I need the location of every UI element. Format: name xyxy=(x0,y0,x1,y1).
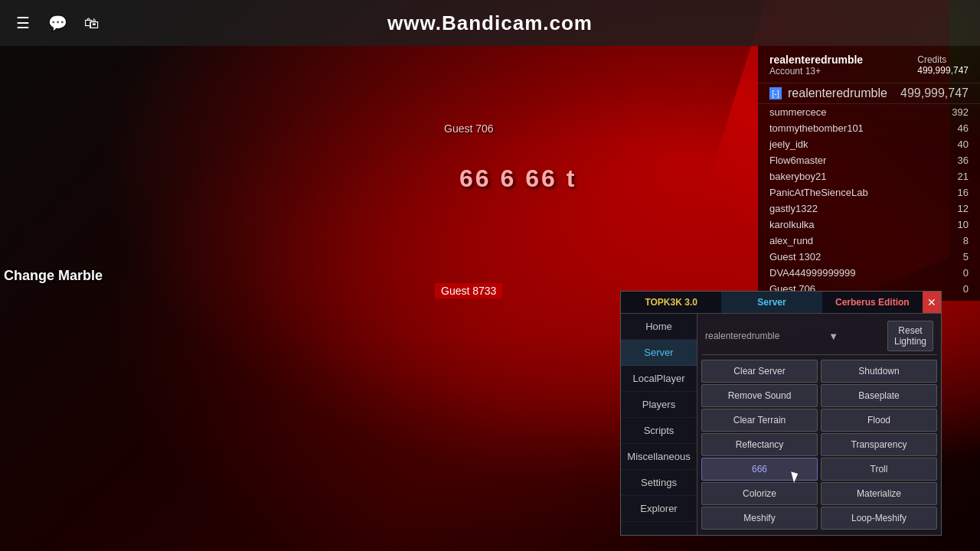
admin-panel-header: TOPK3K 3.0 Server Cerberus Edition ✕ xyxy=(621,292,941,314)
player-name: gastly1322 xyxy=(769,203,818,214)
player-name: karolkulka xyxy=(769,219,815,230)
admin-nav-item-localplayer[interactable]: LocalPlayer xyxy=(621,366,697,392)
admin-btn-clear-terrain[interactable]: Clear Terrain xyxy=(701,409,818,432)
leaderboard-account-label: Account 13+ xyxy=(769,66,863,77)
admin-button-row: Clear TerrainFlood xyxy=(701,409,937,432)
bag-icon[interactable]: 🛍 xyxy=(80,11,103,34)
leaderboard-credits-value: 499,999,747 xyxy=(917,65,969,76)
leaderboard-row: alex_rund8 xyxy=(758,233,980,249)
admin-button-row: Remove SoundBaseplate xyxy=(701,384,937,407)
leaderboard-self-score: 499,999,747 xyxy=(900,86,969,100)
player-score: 392 xyxy=(952,106,969,118)
admin-btn-666[interactable]: 666 xyxy=(701,458,818,481)
admin-button-row: ReflectancyTransparency xyxy=(701,433,937,456)
admin-btn-shutdown[interactable]: Shutdown xyxy=(821,360,937,383)
admin-close-button[interactable]: ✕ xyxy=(923,292,941,313)
player-name: bakeryboy21 xyxy=(769,171,826,182)
admin-btn-loop-meshify[interactable]: Loop-Meshify xyxy=(821,507,937,530)
player-name: summercece xyxy=(769,106,826,118)
admin-panel-body: HomeServerLocalPlayerPlayersScriptsMisce… xyxy=(621,314,941,535)
tab-server[interactable]: Server xyxy=(721,292,822,313)
admin-nav: HomeServerLocalPlayerPlayersScriptsMisce… xyxy=(621,314,697,535)
leaderboard-self-row: [-] realenteredrumble 499,999,747 xyxy=(758,83,980,104)
admin-nav-item-players[interactable]: Players xyxy=(621,392,697,418)
player-score: 0 xyxy=(963,283,969,295)
admin-button-row: 666Troll xyxy=(701,458,937,481)
tab-cerberus[interactable]: Cerberus Edition xyxy=(822,292,923,313)
leaderboard-row: tommythebomber10146 xyxy=(758,120,980,136)
tab-topk3k[interactable]: TOPK3K 3.0 xyxy=(621,292,721,313)
site-title: www.Bandicam.com xyxy=(387,11,593,35)
player-score: 10 xyxy=(958,219,969,230)
player-score: 40 xyxy=(958,139,969,150)
admin-buttons: Clear ServerShutdownRemove SoundBaseplat… xyxy=(701,360,937,531)
leaderboard-row: PanicAtTheSienceLab16 xyxy=(758,184,980,201)
player-score: 46 xyxy=(958,122,969,134)
admin-nav-item-scripts[interactable]: Scripts xyxy=(621,418,697,444)
player-name: tommythebomber101 xyxy=(769,122,864,134)
change-marble-text[interactable]: Change Marble xyxy=(4,268,103,284)
admin-nav-item-miscellaneous[interactable]: Miscellaneous xyxy=(621,444,697,470)
player-name: DVA444999999999 xyxy=(769,267,856,279)
self-icon: [-] xyxy=(769,87,782,99)
admin-btn-remove-sound[interactable]: Remove Sound xyxy=(701,384,818,407)
player-score: 8 xyxy=(963,235,969,246)
leaderboard-rows: summercece392tommythebomber10146jeely_id… xyxy=(758,104,980,297)
content-dropdown[interactable]: ▼ xyxy=(828,331,838,342)
admin-btn-colorize[interactable]: Colorize xyxy=(701,482,818,505)
leaderboard-row: karolkulka10 xyxy=(758,217,980,233)
leaderboard-row: Guest 13025 xyxy=(758,249,980,265)
leaderboard-row: gastly132212 xyxy=(758,201,980,217)
guest-706-label: Guest 706 xyxy=(444,122,494,135)
admin-nav-item-settings[interactable]: Settings xyxy=(621,470,697,496)
player-name: Guest 1302 xyxy=(769,251,821,262)
player-name: jeely_idk xyxy=(769,139,808,150)
admin-btn-reflectancy[interactable]: Reflectancy xyxy=(701,433,818,456)
admin-btn-baseplate[interactable]: Baseplate xyxy=(821,384,937,407)
player-score: 12 xyxy=(958,203,969,214)
player-score: 0 xyxy=(963,267,969,279)
player-score: 16 xyxy=(958,187,969,198)
leaderboard-panel: realenteredrumble Account 13+ Credits 49… xyxy=(758,46,980,301)
admin-nav-item-explorer[interactable]: Explorer xyxy=(621,496,697,522)
admin-btn-flood[interactable]: Flood xyxy=(821,409,937,432)
player-score: 21 xyxy=(958,171,969,182)
leaderboard-row: jeely_idk40 xyxy=(758,136,980,152)
leaderboard-row: Flow6master36 xyxy=(758,152,980,168)
admin-btn-transparency[interactable]: Transparency xyxy=(821,433,937,456)
leaderboard-row: summercece392 xyxy=(758,104,980,120)
leaderboard-row: DVA4449999999990 xyxy=(758,265,980,281)
top-bar-icons: ☰ 💬 🛍 xyxy=(11,11,103,34)
content-label: realenteredrumble xyxy=(705,331,779,341)
leaderboard-self-name: realenteredrumble xyxy=(788,86,887,100)
admin-btn-clear-server[interactable]: Clear Server xyxy=(701,360,818,383)
menu-icon[interactable]: ☰ xyxy=(11,11,34,34)
player-score: 36 xyxy=(958,155,969,166)
guest-8733-label: Guest 8733 xyxy=(435,283,502,298)
player-name: alex_rund xyxy=(769,235,813,246)
admin-content: realenteredrumble ▼ Reset Lighting Clear… xyxy=(697,314,941,535)
admin-panel: TOPK3K 3.0 Server Cerberus Edition ✕ Hom… xyxy=(620,291,942,536)
top-bar: ☰ 💬 🛍 www.Bandicam.com xyxy=(0,0,980,46)
admin-button-row: MeshifyLoop-Meshify xyxy=(701,507,937,530)
score-text: 66 6 66 t xyxy=(459,165,577,193)
leaderboard-credits-label: Credits xyxy=(917,54,969,65)
admin-btn-troll[interactable]: Troll xyxy=(821,458,937,481)
admin-btn-materialize[interactable]: Materialize xyxy=(821,482,937,505)
admin-btn-meshify[interactable]: Meshify xyxy=(701,507,818,530)
leaderboard-username: realenteredrumble xyxy=(769,54,863,66)
admin-nav-item-server[interactable]: Server xyxy=(621,340,697,366)
leaderboard-header: realenteredrumble Account 13+ Credits 49… xyxy=(758,50,980,83)
admin-button-row: Clear ServerShutdown xyxy=(701,360,937,383)
player-name: PanicAtTheSienceLab xyxy=(769,187,868,198)
admin-button-row: ColorizeMaterialize xyxy=(701,482,937,505)
leaderboard-row: bakeryboy2121 xyxy=(758,168,980,184)
chat-icon[interactable]: 💬 xyxy=(46,11,69,34)
player-name: Flow6master xyxy=(769,155,826,166)
player-score: 5 xyxy=(963,251,969,262)
admin-content-top: realenteredrumble ▼ Reset Lighting xyxy=(701,318,937,355)
reset-lighting-button[interactable]: Reset Lighting xyxy=(887,321,933,351)
admin-nav-item-home[interactable]: Home xyxy=(621,314,697,340)
